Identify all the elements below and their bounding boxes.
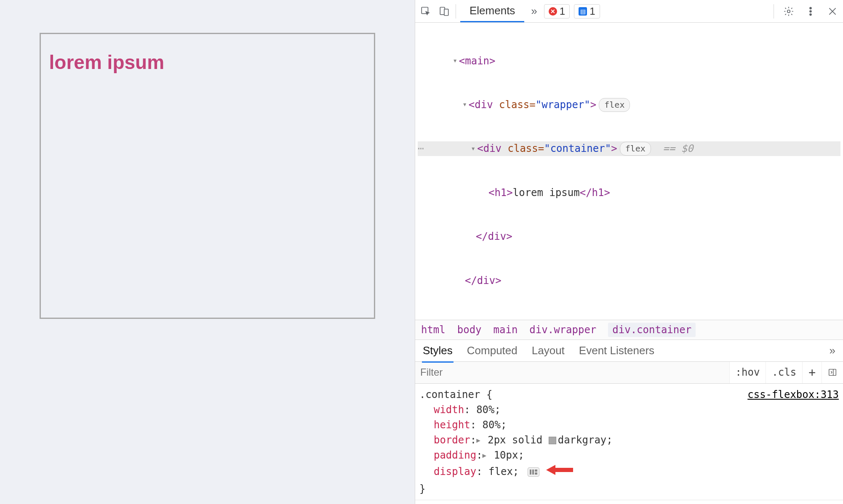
inspect-icon[interactable] — [419, 4, 433, 19]
more-subtabs-chevron-icon[interactable]: » — [830, 344, 835, 357]
preview-heading: lorem ipsum — [49, 51, 366, 74]
settings-icon[interactable] — [782, 4, 796, 19]
source-link[interactable]: css-flexbox:313 — [747, 387, 839, 402]
crumb-main[interactable]: main — [494, 324, 518, 336]
flexbox-editor-icon[interactable] — [528, 467, 539, 477]
tab-styles[interactable]: Styles — [423, 344, 453, 357]
crumb-container[interactable]: div.container — [608, 323, 696, 337]
css-rule-container[interactable]: css-flexbox:313 .container { width: 80%;… — [415, 384, 843, 500]
errors-badge[interactable]: ✕ 1 — [544, 4, 570, 19]
svg-rect-2 — [444, 9, 448, 15]
svg-rect-11 — [535, 470, 537, 472]
new-style-rule-button[interactable]: + — [802, 362, 822, 383]
svg-point-5 — [810, 11, 811, 12]
separator — [456, 4, 456, 19]
color-swatch-icon[interactable] — [549, 437, 556, 444]
css-rule-div-ua[interactable]: user agent stylesheet div { display: blo… — [415, 500, 843, 504]
kebab-menu-icon[interactable] — [803, 4, 818, 19]
tab-event-listeners[interactable]: Event Listeners — [579, 344, 654, 357]
tab-computed[interactable]: Computed — [467, 344, 518, 357]
computed-sidebar-toggle-icon[interactable] — [822, 362, 843, 383]
crumb-wrapper[interactable]: div.wrapper — [529, 324, 596, 336]
message-icon: ▤ — [579, 7, 587, 16]
dom-node[interactable]: ▸<div class="wrapper">flex — [418, 98, 840, 112]
dom-node-selected[interactable]: ⋯▸<div class="container">flex == $0 — [418, 141, 840, 156]
tab-elements[interactable]: Elements — [460, 0, 524, 22]
flex-badge[interactable]: flex — [599, 98, 630, 112]
css-declaration[interactable]: width: 80%; — [419, 402, 839, 417]
crumb-html[interactable]: html — [421, 324, 446, 336]
filter-input[interactable] — [415, 362, 729, 383]
crumb-body[interactable]: body — [457, 324, 482, 336]
css-declaration[interactable]: border:▶ 2px solid darkgray; — [419, 432, 839, 448]
container-box: lorem ipsum — [40, 33, 376, 319]
error-icon: ✕ — [549, 7, 557, 16]
dom-node[interactable]: ▸<main> — [418, 54, 840, 69]
more-tabs-chevron-icon[interactable]: » — [528, 5, 539, 18]
styles-subtabs: Styles Computed Layout Event Listeners » — [415, 340, 843, 362]
cls-toggle[interactable]: .cls — [766, 362, 802, 383]
styles-pane: css-flexbox:313 .container { width: 80%;… — [415, 384, 843, 504]
eq0-label: == $0 — [657, 141, 694, 156]
messages-count: 1 — [590, 5, 595, 17]
devtools-toolbar: Elements » ✕ 1 ▤ 1 — [415, 0, 843, 23]
flex-badge[interactable]: flex — [620, 142, 651, 156]
svg-rect-7 — [829, 369, 836, 376]
dom-node[interactable]: </div> — [418, 229, 840, 244]
svg-point-6 — [810, 13, 811, 15]
errors-count: 1 — [560, 5, 565, 17]
dom-node[interactable]: </div> — [418, 273, 840, 288]
dom-node[interactable]: <h1>lorem ipsum</h1> — [418, 186, 840, 200]
svg-rect-10 — [532, 470, 534, 475]
svg-rect-9 — [530, 470, 531, 475]
device-toggle-icon[interactable] — [437, 4, 451, 19]
annotation-arrow-icon — [546, 463, 573, 481]
breadcrumb: html body main div.wrapper div.container — [415, 320, 843, 340]
messages-badge[interactable]: ▤ 1 — [574, 4, 600, 19]
css-rule-close: } — [419, 481, 839, 496]
svg-marker-13 — [546, 465, 573, 475]
tab-layout[interactable]: Layout — [532, 344, 565, 357]
close-icon[interactable] — [825, 4, 840, 19]
hov-toggle[interactable]: :hov — [729, 362, 766, 383]
svg-point-3 — [787, 10, 790, 13]
page-preview: lorem ipsum — [0, 0, 415, 504]
svg-rect-12 — [535, 472, 537, 475]
css-declaration[interactable]: height: 80%; — [419, 417, 839, 432]
ellipsis-icon: ⋯ — [418, 141, 424, 156]
dom-tree[interactable]: ▸<main> ▸<div class="wrapper">flex ⋯▸<di… — [415, 23, 843, 320]
css-declaration[interactable]: padding:▶ 10px; — [419, 448, 839, 463]
css-declaration[interactable]: display: flex; — [419, 463, 839, 481]
styles-filter-bar: :hov .cls + — [415, 362, 843, 384]
devtools-panel: Elements » ✕ 1 ▤ 1 ▸<main> ▸<div class="… — [415, 0, 843, 504]
svg-point-4 — [810, 7, 811, 9]
separator — [774, 4, 774, 19]
